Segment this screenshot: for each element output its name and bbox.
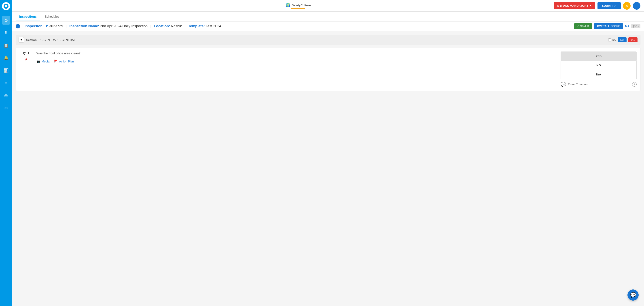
score-badge: (0/1)	[631, 24, 640, 28]
comment-input[interactable]	[568, 82, 630, 87]
infobar: i Inspection ID: 3023729 | Inspection Na…	[12, 22, 644, 31]
comment-row: 💬 i	[560, 82, 636, 87]
sidebar-item-documents[interactable]: 📋	[2, 41, 10, 50]
action-plan-label: Action Plan	[59, 60, 74, 63]
inspection-id-label: Inspection ID:	[24, 24, 48, 28]
topbar-logo-underline	[291, 8, 305, 9]
comment-icon: 💬	[560, 82, 566, 87]
sidebar-item-list[interactable]: ≡	[2, 79, 10, 87]
sidebar-logo[interactable]	[2, 2, 10, 10]
sidebar-item-notifications[interactable]: 🔔	[2, 54, 10, 62]
flag-icon: 🚩	[54, 60, 58, 63]
overall-score-button[interactable]: OVERALL SCORE	[594, 23, 623, 29]
topbar: 🌍 SafetyCulture BYPASS MANDATORY ✕ SUBMI…	[12, 0, 644, 12]
action-plan-button[interactable]: 🚩 Action Plan	[54, 60, 74, 63]
section-header: ▾ Section 1. GENERAL1 - GENERAL. NA NA 0…	[16, 35, 640, 45]
section-na-checkbox[interactable]: NA	[608, 38, 616, 42]
sidebar: ⊙ ⠿ 📋 🔔 📊 ≡ ◎ ⚙	[0, 0, 12, 306]
close-button[interactable]: ✕	[623, 2, 630, 10]
question-answers: YES NO N/A 💬 i	[560, 52, 636, 87]
topbar-logo: 🌍 SafetyCulture	[286, 3, 311, 9]
question-actions: 📷 Media 🚩 Action Plan	[36, 60, 557, 63]
answer-na-button[interactable]: N/A	[560, 70, 636, 79]
content-area: ▾ Section 1. GENERAL1 - GENERAL. NA NA 0…	[12, 31, 644, 306]
camera-icon: 📷	[36, 60, 40, 63]
comment-info-icon[interactable]: i	[632, 82, 636, 87]
na-score-label: NA	[625, 25, 630, 28]
template-label: Template:	[188, 24, 204, 28]
media-button[interactable]: 📷 Media	[36, 60, 50, 63]
saved-button[interactable]: ✓ SAVED	[574, 23, 592, 29]
star-icon: ★	[24, 57, 28, 62]
tabbar: Inspections Schedules	[12, 12, 644, 22]
sidebar-item-charts[interactable]: 📊	[2, 66, 10, 75]
media-label: Media	[42, 60, 50, 63]
question-card: Q1.1 ★ Was the front office area clean? …	[16, 48, 640, 91]
section-label: Section	[26, 38, 37, 42]
sidebar-item-target[interactable]: ◎	[2, 91, 10, 100]
info-icon: i	[16, 24, 20, 29]
section-title: 1. GENERAL1 - GENERAL.	[40, 38, 608, 42]
section-na-button[interactable]: NA	[618, 37, 627, 42]
question-meta: Q1.1 ★	[20, 52, 33, 87]
inspection-id-value: 3023729	[49, 24, 63, 28]
sidebar-item-home[interactable]: ⊙	[2, 16, 10, 25]
na-checkbox-input[interactable]	[608, 39, 611, 42]
bypass-mandatory-button[interactable]: BYPASS MANDATORY ✕	[554, 2, 595, 9]
question-text: Was the front office area clean?	[36, 52, 557, 55]
tab-schedules[interactable]: Schedules	[41, 13, 63, 21]
infobar-right: ✓ SAVED OVERALL SCORE NA (0/1)	[574, 23, 640, 29]
location-value: Nashik	[171, 24, 182, 28]
answer-no-button[interactable]: NO	[560, 61, 636, 70]
inspection-id-row: Inspection ID: 3023729 | Inspection Name…	[24, 24, 221, 28]
section-actions: NA NA 0/1	[608, 37, 638, 42]
user-avatar[interactable]: 👤	[633, 2, 640, 10]
chat-icon: 💬	[630, 292, 636, 298]
topbar-logo-text: SafetyCulture	[292, 4, 311, 7]
inspection-name-label: Inspection Name:	[69, 24, 99, 28]
topbar-actions: BYPASS MANDATORY ✕ SUBMIT ✓ ✕ 👤	[554, 2, 640, 10]
template-value: Test 2024	[206, 24, 221, 28]
inspection-name-value: 2nd Apr 2024/Daily Inspection	[100, 24, 148, 28]
section-toggle-button[interactable]: ▾	[18, 37, 24, 43]
infobar-left: i Inspection ID: 3023729 | Inspection Na…	[16, 24, 221, 29]
na-checkbox-label: NA	[612, 38, 616, 42]
sidebar-item-grid[interactable]: ⠿	[2, 29, 10, 37]
sidebar-item-settings[interactable]: ⚙	[2, 104, 10, 112]
location-label: Location:	[154, 24, 170, 28]
answer-yes-button[interactable]: YES	[560, 52, 636, 61]
submit-button[interactable]: SUBMIT ✓	[598, 2, 621, 9]
section-score-button[interactable]: 0/1	[628, 37, 638, 42]
infobar-details: Inspection ID: 3023729 | Inspection Name…	[24, 24, 221, 28]
question-number: Q1.1	[23, 52, 29, 55]
main-content: 🌍 SafetyCulture BYPASS MANDATORY ✕ SUBMI…	[12, 0, 644, 306]
question-body: Was the front office area clean? 📷 Media…	[36, 52, 557, 87]
tab-inspections[interactable]: Inspections	[16, 13, 40, 21]
chat-bubble-button[interactable]: 💬	[628, 289, 639, 301]
